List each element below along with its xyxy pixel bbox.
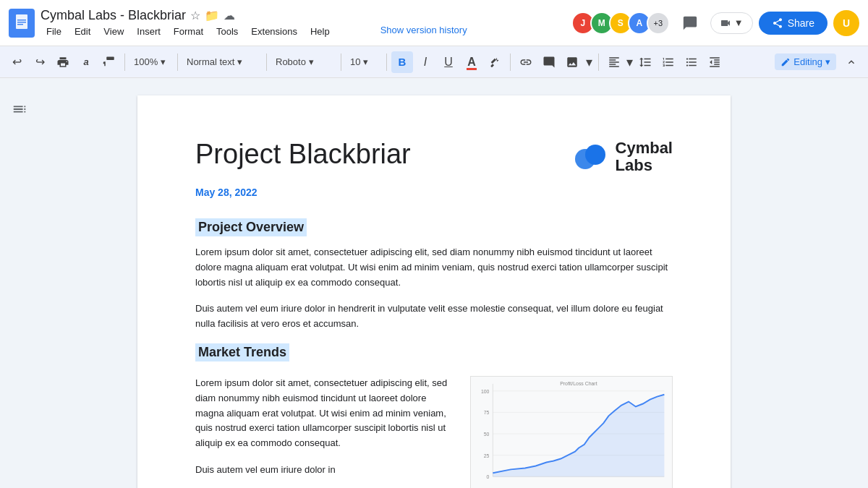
zoom-chevron: ▾: [161, 56, 166, 67]
divider-4: [341, 53, 341, 71]
company-name: CymbalLabs: [616, 140, 673, 174]
logo-svg: [572, 139, 608, 175]
market-paragraph-1: Lorem ipsum dolor sit amet, consectetuer…: [195, 376, 453, 451]
paint-format-button[interactable]: [98, 51, 120, 73]
title-bar: Cymbal Labs - Blackbriar ☆ 📁 ☁ File Edit…: [0, 0, 868, 46]
overview-paragraph-1: Lorem ipsum dolor sit amet, consectetuer…: [195, 245, 673, 290]
section-heading-overview: Project Overview: [195, 218, 307, 236]
divider-6: [510, 53, 511, 71]
page-header: Project Blackbriar CymbalLabs: [195, 139, 673, 175]
comment-button[interactable]: [538, 51, 560, 73]
menu-tools[interactable]: Tools: [210, 25, 244, 38]
page-title: Project Blackbriar: [195, 139, 411, 170]
editing-label: Editing: [793, 56, 822, 67]
share-button[interactable]: Share: [759, 12, 827, 35]
section-market: Market Trends Lorem ipsum dolor sit amet…: [195, 343, 673, 488]
bold-button[interactable]: B: [391, 51, 413, 73]
print-button[interactable]: [52, 51, 74, 73]
numbered-list-button[interactable]: [658, 51, 679, 73]
outline-icon[interactable]: [12, 101, 27, 121]
font-dropdown[interactable]: Roboto ▾: [271, 51, 336, 73]
undo-button[interactable]: ↩: [6, 51, 27, 73]
docs-logo: [9, 9, 35, 38]
market-section: Lorem ipsum dolor sit amet, consectetuer…: [195, 376, 673, 488]
document-date: May 28, 2022: [195, 187, 673, 198]
menu-bar: File Edit View Insert Format Tools Exten…: [41, 25, 566, 38]
document-area: Project Blackbriar CymbalLabs May 28, 20…: [0, 78, 868, 488]
star-icon[interactable]: ☆: [190, 9, 200, 22]
size-dropdown[interactable]: 10 ▾: [346, 51, 382, 73]
chart-svg: 0 25 50 75 100 Profit/Loss Chart: [471, 377, 672, 488]
font-chevron: ▾: [309, 56, 314, 67]
svg-rect-1: [17, 20, 26, 21]
company-logo: CymbalLabs: [572, 139, 673, 175]
user-avatar[interactable]: U: [833, 10, 859, 36]
align-chevron-icon[interactable]: ▾: [626, 54, 633, 70]
chart-container: 0 25 50 75 100 Profit/Loss Chart: [470, 376, 673, 488]
avatar-overflow: +3: [647, 12, 670, 35]
svg-text:75: 75: [484, 410, 490, 415]
spellcheck-button[interactable]: a: [75, 51, 97, 73]
menu-view[interactable]: View: [98, 25, 129, 38]
divider-5: [386, 53, 387, 71]
section-overview: Project Overview Lorem ipsum dolor sit a…: [195, 218, 673, 332]
style-chevron: ▾: [237, 56, 242, 67]
align-button[interactable]: [603, 51, 625, 73]
zoom-dropdown[interactable]: 100% ▾: [129, 51, 173, 73]
bullet-list-button[interactable]: [681, 51, 702, 73]
svg-rect-3: [17, 24, 23, 25]
menu-extensions[interactable]: Extensions: [245, 25, 303, 38]
text-color-button[interactable]: A: [461, 51, 482, 73]
svg-point-5: [585, 145, 605, 165]
highlight-button[interactable]: [484, 51, 506, 73]
zoom-value: 100%: [134, 56, 158, 67]
share-label: Share: [788, 17, 814, 29]
market-chart: 0 25 50 75 100 Profit/Loss Chart: [470, 376, 673, 488]
svg-text:50: 50: [484, 432, 490, 437]
meet-button[interactable]: ▼: [710, 12, 753, 34]
size-chevron: ▾: [363, 56, 368, 67]
folder-icon[interactable]: 📁: [205, 9, 219, 22]
menu-insert[interactable]: Insert: [131, 25, 166, 38]
meet-label: ▼: [734, 17, 744, 28]
style-value: Normal text: [187, 56, 234, 67]
redo-button[interactable]: ↪: [29, 51, 51, 73]
menu-edit[interactable]: Edit: [69, 25, 96, 38]
menu-help[interactable]: Help: [305, 25, 336, 38]
market-text: Lorem ipsum dolor sit amet, consectetuer…: [195, 376, 453, 488]
divider-1: [124, 53, 125, 71]
overview-paragraph-2: Duis autem vel eum iriure dolor in hendr…: [195, 301, 673, 332]
svg-text:100: 100: [481, 389, 490, 394]
doc-title: Cymbal Labs - Blackbriar: [41, 8, 186, 23]
editing-chevron: ▾: [825, 56, 830, 67]
menu-file[interactable]: File: [41, 25, 67, 38]
menu-format[interactable]: Format: [168, 25, 209, 38]
underline-button[interactable]: U: [438, 51, 459, 73]
collaborator-avatars: J M S A +3: [571, 12, 670, 35]
market-paragraph-2: Duis autem vel eum iriure dolor in: [195, 463, 453, 478]
toolbar: ↩ ↪ a 100% ▾ Normal text ▾ Roboto ▾ 10 ▾…: [0, 46, 868, 78]
svg-text:Profit/Loss Chart: Profit/Loss Chart: [560, 381, 597, 386]
svg-text:25: 25: [484, 453, 490, 458]
link-button[interactable]: [515, 51, 537, 73]
style-dropdown[interactable]: Normal text ▾: [182, 51, 262, 73]
divider-2: [177, 53, 178, 71]
section-heading-market: Market Trends: [195, 343, 289, 361]
editing-button[interactable]: Editing ▾: [775, 53, 836, 70]
svg-rect-2: [17, 22, 26, 23]
decrease-indent-button[interactable]: [704, 51, 726, 73]
cloud-icon[interactable]: ☁: [224, 9, 235, 22]
collapse-button[interactable]: [841, 51, 862, 73]
italic-button[interactable]: I: [414, 51, 436, 73]
image-button[interactable]: [561, 51, 583, 73]
document-page: Project Blackbriar CymbalLabs May 28, 20…: [137, 95, 731, 488]
font-value: Roboto: [276, 56, 306, 67]
chat-button[interactable]: [676, 9, 705, 38]
divider-7: [598, 53, 599, 71]
title-right: J M S A +3 ▼ Share U: [571, 9, 859, 38]
image-chevron-icon[interactable]: ▾: [584, 54, 594, 70]
line-spacing-button[interactable]: [634, 51, 656, 73]
version-history-link[interactable]: Show version history: [380, 25, 467, 38]
divider-3: [266, 53, 267, 71]
svg-text:0: 0: [487, 474, 490, 479]
